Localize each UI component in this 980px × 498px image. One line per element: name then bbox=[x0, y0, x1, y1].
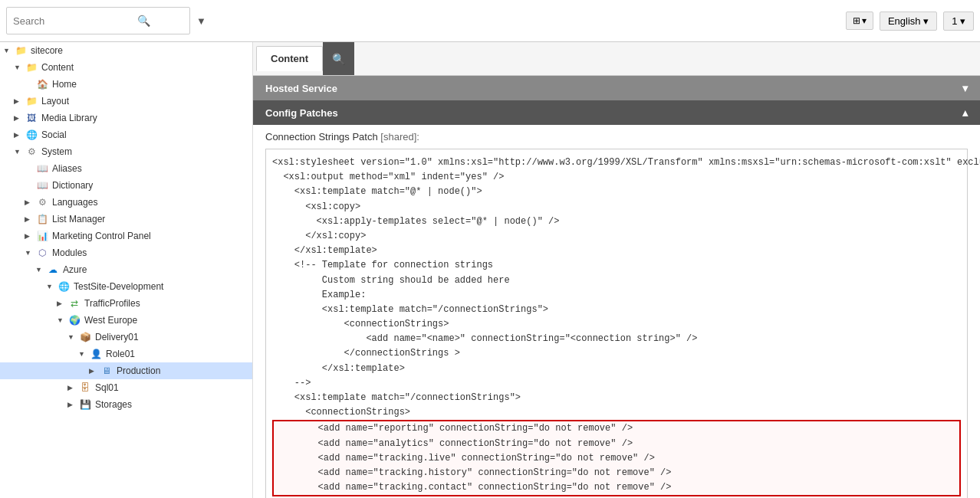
sidebar-item-label-dictionary: Dictionary bbox=[52, 180, 93, 191]
sidebar: ▼📁sitecore▼📁Content🏠Home▶📁Layout▶🖼Media … bbox=[0, 42, 253, 498]
sidebar-item-marketing-control-panel[interactable]: ▶📊Marketing Control Panel bbox=[0, 228, 252, 244]
sidebar-item-label-role01: Role01 bbox=[106, 349, 135, 359]
xml-line-5: </xsl:copy> bbox=[272, 229, 961, 244]
tree-arrow-delivery01: ▼ bbox=[67, 333, 78, 341]
sidebar-item-label-aliases: Aliases bbox=[52, 163, 82, 174]
toolbar-right: ⊞ ▾ English ▾ 1 ▾ bbox=[846, 11, 974, 31]
sidebar-item-label-sitecore: sitecore bbox=[31, 45, 63, 56]
sidebar-item-label-marketing-control-panel: Marketing Control Panel bbox=[52, 231, 151, 241]
sidebar-item-west-europe[interactable]: ▼🌍West Europe bbox=[0, 312, 252, 329]
tree-arrow-marketing-control-panel: ▶ bbox=[25, 232, 35, 240]
sidebar-item-label-content: Content bbox=[41, 62, 74, 73]
tree-arrow-languages: ▶ bbox=[25, 198, 35, 206]
search-input[interactable] bbox=[13, 15, 136, 27]
sidebar-item-trafficprofiles[interactable]: ▶⇄TrafficProfiles bbox=[0, 295, 252, 312]
sidebar-item-system[interactable]: ▼⚙System bbox=[0, 143, 252, 160]
sidebar-item-modules[interactable]: ▼⬡Modules bbox=[0, 244, 252, 261]
tree-arrow-layout: ▶ bbox=[14, 97, 25, 105]
sidebar-item-label-languages: Languages bbox=[52, 197, 97, 208]
sidebar-item-label-list-manager: List Manager bbox=[52, 214, 105, 224]
content-tab[interactable]: Content bbox=[256, 46, 323, 71]
xml-line-4: <xsl:apply-templates select="@* | node()… bbox=[272, 215, 961, 229]
book-icon: 📖 bbox=[35, 162, 49, 175]
search-dropdown-button[interactable]: ▼ bbox=[193, 14, 209, 28]
sidebar-item-list-manager[interactable]: ▶📋List Manager bbox=[0, 211, 252, 228]
xml-line-1: <xsl:output method="xml" indent="yes" /> bbox=[272, 170, 961, 185]
sidebar-item-label-azure: Azure bbox=[63, 264, 87, 275]
icon-grid-button[interactable]: ⊞ ▾ bbox=[846, 11, 873, 30]
sidebar-item-testsite-development[interactable]: ▼🌐TestSite-Development bbox=[0, 278, 252, 295]
sql-icon: 🗄 bbox=[78, 382, 92, 394]
folder-icon: 📁 bbox=[25, 95, 38, 107]
main-layout: ▼📁sitecore▼📁Content🏠Home▶📁Layout▶🖼Media … bbox=[0, 42, 980, 498]
hosted-service-label: Hosted Service bbox=[265, 83, 337, 94]
sidebar-item-home[interactable]: 🏠Home bbox=[0, 76, 252, 93]
sidebar-item-role01[interactable]: ▼👤Role01 bbox=[0, 346, 252, 362]
tree-arrow-production: ▶ bbox=[89, 367, 100, 375]
tree-arrow-sitecore: ▼ bbox=[3, 47, 14, 54]
azure-icon: ☁ bbox=[46, 264, 60, 276]
sidebar-item-delivery01[interactable]: ▼📦Delivery01 bbox=[0, 329, 252, 346]
tree-arrow-trafficprofiles: ▶ bbox=[57, 300, 67, 307]
xml-line-11: <connectionStrings> bbox=[272, 317, 961, 332]
sidebar-item-label-modules: Modules bbox=[52, 247, 87, 258]
xml-line-2: <xsl:template match="@* | node()"> bbox=[272, 185, 961, 199]
sidebar-item-layout[interactable]: ▶📁Layout bbox=[0, 93, 252, 110]
number-button[interactable]: 1 ▾ bbox=[943, 11, 974, 31]
language-button[interactable]: English ▾ bbox=[880, 11, 937, 31]
xml-line-19: <add name="analytics" connectionString="… bbox=[272, 437, 961, 451]
storage-icon: 💾 bbox=[78, 398, 92, 411]
xml-container: <xsl:stylesheet version="1.0" xmlns:xsl=… bbox=[265, 149, 968, 498]
europe-icon: 🌍 bbox=[67, 314, 81, 326]
tree-arrow-social: ▶ bbox=[14, 131, 25, 139]
toolbar: 🔍 ▼ ⊞ ▾ English ▾ 1 ▾ bbox=[0, 0, 980, 42]
connection-strings-title: Connection Strings Patch [shared]: bbox=[265, 131, 968, 143]
sidebar-item-aliases[interactable]: 📖Aliases bbox=[0, 160, 252, 177]
sidebar-item-content[interactable]: ▼📁Content bbox=[0, 59, 252, 76]
xml-line-8: Custom string should be added here bbox=[272, 274, 961, 288]
search-box: 🔍 bbox=[6, 7, 190, 34]
xml-line-13: </connectionStrings > bbox=[272, 346, 961, 361]
sidebar-item-media-library[interactable]: ▶🖼Media Library bbox=[0, 110, 252, 126]
tree-arrow-sql01: ▶ bbox=[67, 384, 78, 392]
xml-section: Connection Strings Patch [shared]: <xsl:… bbox=[253, 125, 980, 498]
config-patches-label: Config Patches bbox=[265, 107, 338, 119]
sidebar-item-sitecore[interactable]: ▼📁sitecore bbox=[0, 42, 252, 59]
search-button[interactable]: 🔍 bbox=[136, 13, 152, 28]
tree-arrow-azure: ▼ bbox=[35, 266, 46, 274]
gear-icon: ⚙ bbox=[35, 196, 49, 208]
sidebar-item-label-delivery01: Delivery01 bbox=[95, 332, 139, 342]
xml-line-12: <add name="<name>" connectionString="<co… bbox=[272, 332, 961, 346]
xml-line-18: <add name="reporting" connectionString="… bbox=[272, 420, 961, 436]
sidebar-item-languages[interactable]: ▶⚙Languages bbox=[0, 194, 252, 211]
tab-search-button[interactable]: 🔍 bbox=[323, 42, 354, 75]
sidebar-item-sql01[interactable]: ▶🗄Sql01 bbox=[0, 379, 252, 396]
xml-line-6: </xsl:template> bbox=[272, 244, 961, 258]
config-patches-bar: Config Patches ▴ bbox=[253, 100, 980, 125]
hosted-service-collapse-icon[interactable]: ▾ bbox=[962, 82, 968, 94]
home-icon: 🏠 bbox=[35, 78, 49, 90]
hosted-service-bar: Hosted Service ▾ bbox=[253, 76, 980, 100]
sidebar-item-azure[interactable]: ▼☁Azure bbox=[0, 261, 252, 278]
sidebar-item-label-storages: Storages bbox=[95, 399, 132, 410]
site-icon: 🌐 bbox=[57, 280, 71, 293]
tree-arrow-testsite-development: ▼ bbox=[46, 283, 57, 290]
config-patches-collapse-icon[interactable]: ▴ bbox=[962, 106, 968, 119]
tree-arrow-role01: ▼ bbox=[78, 350, 89, 358]
blue-folder-icon: 📁 bbox=[25, 61, 38, 74]
sidebar-item-label-social: Social bbox=[41, 129, 67, 140]
sidebar-item-production[interactable]: ▶🖥Production bbox=[0, 362, 252, 379]
xml-line-7: <!-- Template for connection strings bbox=[272, 258, 961, 273]
prod-icon: 🖥 bbox=[100, 365, 113, 377]
tree-arrow-west-europe: ▼ bbox=[57, 316, 67, 324]
media-icon: 🖼 bbox=[25, 112, 38, 124]
sidebar-item-label-system: System bbox=[41, 146, 72, 157]
sidebar-item-dictionary[interactable]: 📖Dictionary bbox=[0, 177, 252, 194]
xml-content: <xsl:stylesheet version="1.0" xmlns:xsl=… bbox=[265, 149, 968, 498]
sidebar-item-social[interactable]: ▶🌐Social bbox=[0, 126, 252, 143]
xml-line-20: <add name="tracking.live" connectionStri… bbox=[272, 451, 961, 466]
tree-container: ▼📁sitecore▼📁Content🏠Home▶📁Layout▶🖼Media … bbox=[0, 42, 252, 413]
sidebar-item-storages[interactable]: ▶💾Storages bbox=[0, 396, 252, 413]
xml-line-3: <xsl:copy> bbox=[272, 200, 961, 215]
tab-bar: Content 🔍 bbox=[253, 42, 980, 76]
